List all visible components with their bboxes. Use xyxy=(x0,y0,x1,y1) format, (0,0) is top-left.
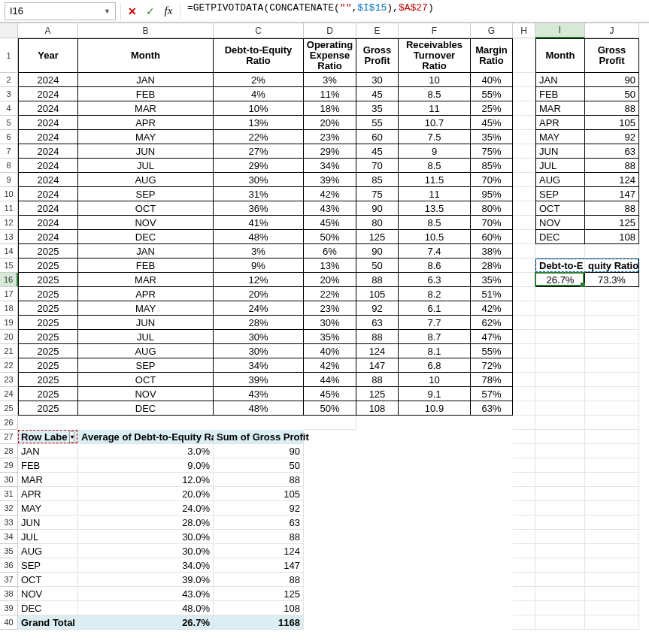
cell-j15[interactable]: quity Ratio xyxy=(585,259,639,273)
cell-rtr[interactable]: 8.1 xyxy=(399,344,471,358)
row-2[interactable]: 2 xyxy=(0,73,18,87)
cell-empty[interactable] xyxy=(535,358,585,373)
cell-empty[interactable] xyxy=(513,430,535,444)
cell-rtr[interactable]: 8.5 xyxy=(399,87,471,101)
cell-rtr[interactable]: 10 xyxy=(399,373,471,387)
cell-side-month[interactable]: AUG xyxy=(535,173,585,187)
enter-button[interactable]: ✓ xyxy=(141,2,159,20)
pivot-avg[interactable]: 30.0% xyxy=(78,544,214,558)
pivot-grand-avg[interactable]: 26.7% xyxy=(78,615,214,630)
pivot-avg[interactable]: 20.0% xyxy=(78,487,214,501)
cell-empty[interactable] xyxy=(585,287,639,301)
cell-month[interactable]: JAN xyxy=(78,244,214,259)
cell-oer[interactable]: 23% xyxy=(304,301,356,316)
cell-empty[interactable] xyxy=(513,144,535,159)
pivot-sum[interactable]: 124 xyxy=(214,544,304,558)
cell-empty[interactable] xyxy=(513,173,535,187)
cell-year[interactable]: 2025 xyxy=(18,401,78,416)
cell-empty[interactable] xyxy=(513,416,535,430)
cell-year[interactable]: 2024 xyxy=(18,144,78,159)
cell-side-gp[interactable]: 124 xyxy=(585,173,639,187)
cell-oer[interactable]: 34% xyxy=(304,159,356,173)
row-33[interactable]: 33 xyxy=(0,516,18,530)
cell-empty[interactable] xyxy=(513,530,535,544)
row-21[interactable]: 21 xyxy=(0,344,18,358)
cell-mr[interactable]: 42% xyxy=(471,301,513,316)
cell-empty[interactable] xyxy=(513,230,535,244)
cell-gp[interactable]: 88 xyxy=(356,330,399,344)
cell-month[interactable]: AUG xyxy=(78,344,214,358)
cell-empty[interactable] xyxy=(513,615,535,630)
row-15[interactable]: 15 xyxy=(0,259,18,273)
row-19[interactable]: 19 xyxy=(0,316,18,330)
cell-oer[interactable]: 50% xyxy=(304,401,356,416)
cell-oer[interactable]: 40% xyxy=(304,344,356,358)
pivot-avg[interactable]: 12.0% xyxy=(78,473,214,487)
cell-gp[interactable]: 88 xyxy=(356,273,399,287)
cell-year[interactable]: 2024 xyxy=(18,159,78,173)
cell-gp[interactable]: 80 xyxy=(356,216,399,230)
row-3[interactable]: 3 xyxy=(0,87,18,101)
cell-empty[interactable] xyxy=(585,416,639,430)
cell-dte[interactable]: 31% xyxy=(214,187,304,201)
row-18[interactable]: 18 xyxy=(0,301,18,316)
col-I[interactable]: I xyxy=(535,23,585,38)
cell-side-gp[interactable]: 90 xyxy=(585,73,639,87)
cell-year[interactable]: 2024 xyxy=(18,216,78,230)
pivot-month[interactable]: JAN xyxy=(18,444,78,458)
row-8[interactable]: 8 xyxy=(0,159,18,173)
cell-empty[interactable] xyxy=(513,501,535,516)
cell-rtr[interactable]: 13.5 xyxy=(399,201,471,216)
cell-mr[interactable]: 40% xyxy=(471,73,513,87)
row-32[interactable]: 32 xyxy=(0,501,18,516)
col-C[interactable]: C xyxy=(214,23,304,38)
cell-oer[interactable]: 43% xyxy=(304,201,356,216)
cell-gp[interactable]: 90 xyxy=(356,201,399,216)
cell-year[interactable]: 2025 xyxy=(18,301,78,316)
cell-year[interactable]: 2024 xyxy=(18,130,78,144)
cell-empty[interactable] xyxy=(513,373,535,387)
pivot-sum[interactable]: 108 xyxy=(214,601,304,615)
cell-year[interactable]: 2025 xyxy=(18,358,78,373)
cell-oer[interactable]: 45% xyxy=(304,216,356,230)
pivot-month[interactable]: AUG xyxy=(18,544,78,558)
cell-empty[interactable] xyxy=(585,601,639,615)
cell-empty[interactable] xyxy=(535,601,585,615)
cell-month[interactable]: APR xyxy=(78,287,214,301)
cell-empty[interactable] xyxy=(585,573,639,587)
cell-mr[interactable]: 28% xyxy=(471,259,513,273)
cell-dte[interactable]: 13% xyxy=(214,116,304,130)
cell-empty[interactable] xyxy=(513,159,535,173)
cell-rtr[interactable]: 6.3 xyxy=(399,273,471,287)
cell-empty[interactable] xyxy=(513,287,535,301)
pivot-month[interactable]: FEB xyxy=(18,458,78,473)
cell-dte[interactable]: 39% xyxy=(214,373,304,387)
pivot-avg[interactable]: 3.0% xyxy=(78,444,214,458)
cell-side-month[interactable]: MAY xyxy=(535,130,585,144)
cell-oer[interactable]: 3% xyxy=(304,73,356,87)
cell-oer[interactable]: 30% xyxy=(304,316,356,330)
cell-empty[interactable] xyxy=(513,473,535,487)
cell-month[interactable]: APR xyxy=(78,116,214,130)
row-34[interactable]: 34 xyxy=(0,530,18,544)
cell-empty[interactable] xyxy=(535,316,585,330)
pivot-sum[interactable]: 125 xyxy=(214,587,304,601)
cell-empty[interactable] xyxy=(513,259,535,273)
cell-side-gp[interactable]: 108 xyxy=(585,230,639,244)
pivot-avg[interactable]: 9.0% xyxy=(78,458,214,473)
cell-month[interactable]: FEB xyxy=(78,259,214,273)
cell-empty[interactable] xyxy=(535,301,585,316)
cell-side-month[interactable]: APR xyxy=(535,116,585,130)
cell-oer[interactable]: 13% xyxy=(304,259,356,273)
cell-empty[interactable] xyxy=(535,330,585,344)
cell-rtr[interactable]: 11 xyxy=(399,187,471,201)
cell-mr[interactable]: 80% xyxy=(471,201,513,216)
cell-rtr[interactable]: 10.9 xyxy=(399,401,471,416)
cell-oer[interactable]: 18% xyxy=(304,101,356,116)
spreadsheet-grid[interactable]: A B C D E F G H I J 12345678910111213141… xyxy=(0,23,649,643)
cell-dte[interactable]: 48% xyxy=(214,401,304,416)
cell-side-gp[interactable]: 125 xyxy=(585,216,639,230)
cell-dte[interactable]: 29% xyxy=(214,159,304,173)
cell-empty[interactable] xyxy=(535,430,585,444)
cell-month[interactable]: DEC xyxy=(78,401,214,416)
